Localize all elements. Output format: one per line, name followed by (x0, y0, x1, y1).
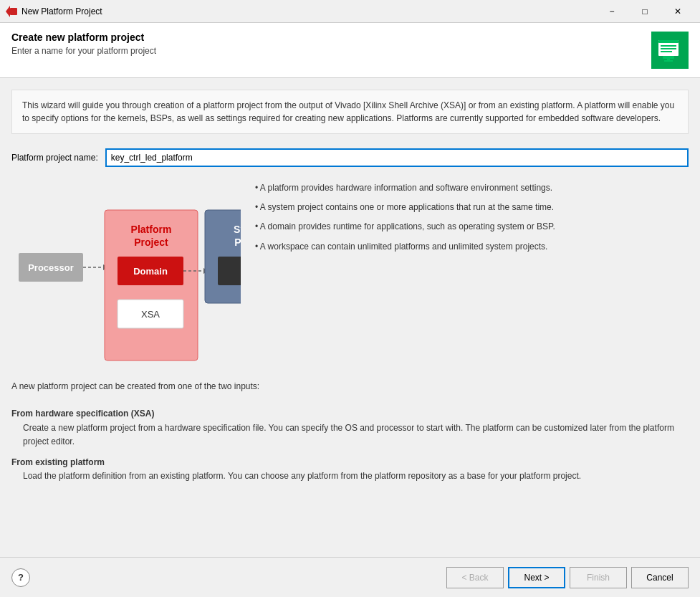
dialog-footer: ? < Back Next > Finish Cancel (0, 557, 700, 597)
title-bar-controls: − □ ✕ (595, 0, 694, 23)
next-button[interactable]: Next > (508, 567, 565, 588)
svg-rect-4 (661, 45, 676, 47)
bottom-info: A new platform project can be created fr… (11, 380, 689, 490)
footer-right: < Back Next > Finish Cancel (446, 567, 689, 588)
bullet-4: • A workspace can contain unlimited plat… (255, 240, 689, 254)
info-box: This wizard will guide you through creat… (11, 90, 689, 134)
bullets: • A platform provides hardware informati… (255, 181, 689, 259)
dialog-header: Create new platform project Enter a name… (0, 23, 700, 78)
bullet-2: • A system project contains one or more … (255, 201, 689, 214)
section2-title: From existing platform (11, 457, 105, 467)
section1-body: Create a new platform project from a har… (23, 421, 689, 449)
dialog-header-icon (651, 32, 689, 69)
svg-rect-3 (658, 40, 679, 43)
dialog: Create new platform project Enter a name… (0, 23, 700, 597)
bullet-3: • A domain provides runtime for applicat… (255, 220, 689, 234)
back-button[interactable]: < Back (446, 567, 504, 588)
dialog-subtitle: Enter a name for your platform project (11, 46, 156, 56)
svg-rect-6 (661, 51, 672, 52)
info-text: This wizard will guide you through creat… (22, 100, 674, 123)
svg-rect-8 (667, 57, 670, 60)
diagram-section: Processor Platform Project Domain XSA (11, 181, 689, 370)
footer-left: ? (11, 568, 30, 587)
title-bar: New Platform Project − □ ✕ (0, 0, 700, 23)
bullet-1: • A platform provides hardware informati… (255, 181, 689, 195)
svg-text:System: System (234, 224, 241, 235)
dialog-content: This wizard will guide you through creat… (0, 78, 700, 557)
diagram-container: Processor Platform Project Domain XSA (11, 181, 241, 370)
section1-title: From hardware specification (XSA) (11, 409, 154, 419)
help-button[interactable]: ? (11, 568, 30, 587)
cancel-button[interactable]: Cancel (631, 567, 689, 588)
svg-text:Processor: Processor (28, 262, 74, 273)
dialog-header-text: Create new platform project Enter a name… (11, 32, 156, 56)
title-bar-icon (6, 6, 17, 17)
svg-rect-9 (664, 60, 673, 62)
project-name-row: Platform project name: (11, 144, 689, 171)
minimize-button[interactable]: − (595, 0, 628, 23)
svg-rect-1 (10, 8, 17, 15)
dialog-title: Create new platform project (11, 32, 156, 43)
maximize-button[interactable]: □ (628, 0, 661, 23)
svg-text:Platform: Platform (131, 224, 172, 235)
svg-text:XSA: XSA (141, 309, 160, 320)
finish-button[interactable]: Finish (570, 567, 627, 588)
project-name-input[interactable] (105, 148, 689, 167)
svg-text:Domain: Domain (133, 266, 168, 277)
section2-body: Load the platform definition from an exi… (23, 469, 689, 483)
svg-text:Project: Project (134, 237, 168, 248)
svg-rect-5 (661, 48, 676, 49)
svg-marker-0 (6, 6, 10, 17)
svg-text:Project: Project (234, 237, 241, 248)
bottom-intro: A new platform project can be created fr… (11, 380, 689, 393)
title-bar-title: New Platform Project (21, 6, 595, 16)
close-button[interactable]: ✕ (661, 0, 694, 23)
svg-rect-26 (218, 257, 241, 285)
project-name-label: Platform project name: (11, 153, 98, 163)
